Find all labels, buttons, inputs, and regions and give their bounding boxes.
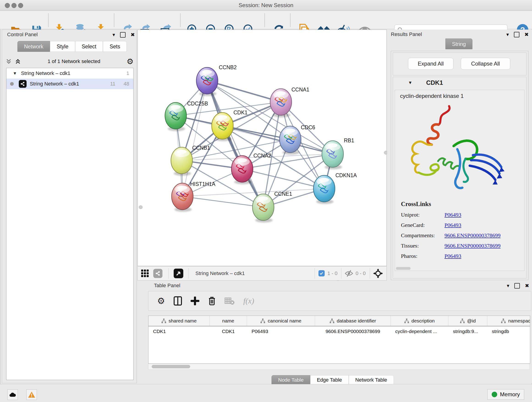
- tab-style[interactable]: Style: [50, 41, 75, 52]
- control-panel-title: Control Panel: [7, 32, 38, 38]
- tab-select[interactable]: Select: [75, 41, 103, 52]
- warning-button[interactable]: [26, 389, 37, 400]
- tree-column-icon: [501, 318, 506, 323]
- panel-float-icon[interactable]: [120, 32, 126, 38]
- delete-column-icon[interactable]: [208, 296, 216, 306]
- node-table[interactable]: shared namenamecanonical namedatabase id…: [148, 316, 530, 364]
- expand-all-icon[interactable]: [14, 58, 21, 65]
- panel-float-icon[interactable]: [514, 32, 519, 37]
- edge-CCNB2-CCNA1[interactable]: [207, 81, 281, 102]
- node-CDKN1A[interactable]: CDKN1A: [313, 172, 357, 202]
- table-settings-icon[interactable]: ⚙: [157, 297, 165, 305]
- birds-eye-icon[interactable]: [373, 269, 383, 278]
- network-collection-row[interactable]: ▼ String Network – cdk1 1: [6, 68, 133, 79]
- edge-CCNB2-HIST1H1A[interactable]: [182, 81, 207, 196]
- horizontal-scrollbar[interactable]: [396, 267, 411, 270]
- table-scrollbar-thumb[interactable]: [152, 365, 190, 368]
- add-column-icon[interactable]: [191, 297, 199, 305]
- crosslink-link[interactable]: P06493: [444, 212, 461, 218]
- crosslink-link[interactable]: 9606.ENSP00000378699: [444, 243, 500, 249]
- crosslink-row: Tissues:9606.ENSP00000378699: [401, 243, 524, 249]
- tab-network-table[interactable]: Network Table: [349, 375, 394, 384]
- panel-menu-icon[interactable]: ▾: [507, 283, 509, 288]
- node-label-CDC25B: CDC25B: [187, 101, 208, 107]
- table-cell[interactable]: cyclin-dependent ...: [391, 329, 448, 334]
- node-CCNE1[interactable]: CCNE1: [253, 191, 292, 220]
- node-CCNB2[interactable]: CCNB2: [196, 64, 237, 94]
- node-RB1[interactable]: RB1: [322, 138, 354, 167]
- node-label-RB1: RB1: [344, 138, 354, 143]
- detach-view-icon[interactable]: [174, 269, 183, 278]
- grid-view-icon[interactable]: [141, 269, 149, 278]
- current-network-dot: [10, 82, 14, 86]
- collapse-all-icon[interactable]: [5, 58, 12, 65]
- column-header-database-identifier[interactable]: database identifier: [315, 316, 391, 326]
- edge-CCNA2-CDKN1A[interactable]: [242, 169, 324, 189]
- table-toolbar: ⚙ f(x): [148, 291, 531, 311]
- column-header-canonical-name[interactable]: canonical name: [247, 316, 315, 326]
- panel-float-icon[interactable]: [514, 283, 520, 288]
- node-label-CCNE1: CCNE1: [274, 191, 292, 197]
- panel-close-icon[interactable]: ✖: [525, 32, 529, 37]
- table-scrollbar-track[interactable]: [148, 364, 530, 370]
- control-panel-tabs: NetworkStyleSelectSets: [17, 41, 127, 52]
- network-overview-icon[interactable]: [153, 269, 162, 278]
- table-cell[interactable]: CDK1: [148, 329, 210, 334]
- table-row[interactable]: CDK1CDK1P064939606.ENSP00000378699cyclin…: [148, 326, 530, 337]
- crosslink-label: Uniprot:: [401, 212, 444, 218]
- column-header-namespace[interactable]: namespace: [487, 316, 530, 326]
- crosslink-link[interactable]: P06493: [444, 222, 461, 228]
- column-label: canonical name: [268, 318, 301, 324]
- edge-HIST1H1A-CCNE1[interactable]: [182, 196, 263, 207]
- crosslink-row: Pharos:P06493: [401, 253, 524, 259]
- section-collapse-icon[interactable]: ▼: [408, 80, 412, 85]
- tab-edge-table[interactable]: Edge Table: [310, 375, 349, 384]
- expand-all-button[interactable]: Expand All: [408, 58, 453, 70]
- column-header-shared-name[interactable]: shared name: [148, 316, 210, 326]
- protein-description: cyclin-dependent kinase 1: [400, 93, 524, 99]
- tab-sets[interactable]: Sets: [103, 41, 127, 52]
- table-cell[interactable]: 9606.ENSP00000378699: [315, 329, 391, 334]
- collapse-all-button[interactable]: Collapse All: [461, 58, 510, 70]
- panel-menu-icon[interactable]: ▾: [113, 32, 115, 37]
- tab-node-table[interactable]: Node Table: [272, 375, 310, 384]
- column-label: name: [222, 318, 234, 324]
- node-label-CCNA2: CCNA2: [253, 153, 271, 159]
- table-cell[interactable]: CDK1: [210, 329, 247, 334]
- selected-checkbox-icon[interactable]: [318, 270, 325, 276]
- network-canvas[interactable]: CCNB2CCNA1CDC25BCDK1CDC6RB1CCNB1CCNA2CDK…: [138, 30, 387, 266]
- panel-menu-icon[interactable]: ▾: [506, 32, 509, 37]
- gear-icon[interactable]: ⚙: [127, 57, 133, 65]
- crosslink-link[interactable]: 9606.ENSP00000378699: [444, 232, 500, 239]
- network-view-title: String Network – cdk1: [196, 270, 245, 276]
- show-columns-icon[interactable]: [174, 296, 182, 306]
- collapse-arrow-icon[interactable]: ▼: [13, 71, 17, 76]
- cloud-status-button[interactable]: [7, 389, 18, 400]
- network-graph[interactable]: CCNB2CCNA1CDC25BCDK1CDC6RB1CCNB1CCNA2CDK…: [138, 30, 386, 266]
- status-bar: Memory: [0, 384, 532, 402]
- crosslink-link[interactable]: P06493: [444, 253, 461, 259]
- table-cell[interactable]: stringdb:9...: [448, 329, 487, 334]
- panel-close-icon[interactable]: ✖: [525, 283, 529, 288]
- results-buttons-row: Expand All Collapse All: [393, 52, 526, 75]
- panel-close-icon[interactable]: ✖: [131, 32, 135, 37]
- edge-CCNB2-CCNE1[interactable]: [207, 81, 263, 207]
- table-cell[interactable]: stringdb: [487, 329, 530, 334]
- node-CCNA2[interactable]: CCNA2: [231, 153, 271, 182]
- node-HIST1H1A[interactable]: HIST1H1A: [172, 181, 215, 210]
- crosslinks-list: Uniprot:P06493GeneCard:P06493Compartment…: [395, 212, 524, 259]
- tab-string[interactable]: String: [445, 38, 472, 49]
- network-row[interactable]: String Network – cdk1 11 48: [6, 79, 133, 89]
- tab-network[interactable]: Network: [17, 41, 50, 52]
- splitter-handle[interactable]: [139, 205, 143, 209]
- column-header-name[interactable]: name: [210, 316, 247, 326]
- column-header--id[interactable]: @id: [448, 316, 487, 326]
- crosslink-row: Compartments:9606.ENSP00000378699: [401, 232, 524, 239]
- column-header-description[interactable]: description: [391, 316, 448, 326]
- table-cell[interactable]: P06493: [247, 329, 315, 334]
- memory-button[interactable]: Memory: [487, 389, 524, 400]
- toolbar-separator: [48, 13, 49, 27]
- title-bar: Session: New Session: [0, 0, 532, 11]
- selection-status: 1 of 1 Network selected: [21, 58, 127, 64]
- node-label-CCNB2: CCNB2: [219, 64, 237, 70]
